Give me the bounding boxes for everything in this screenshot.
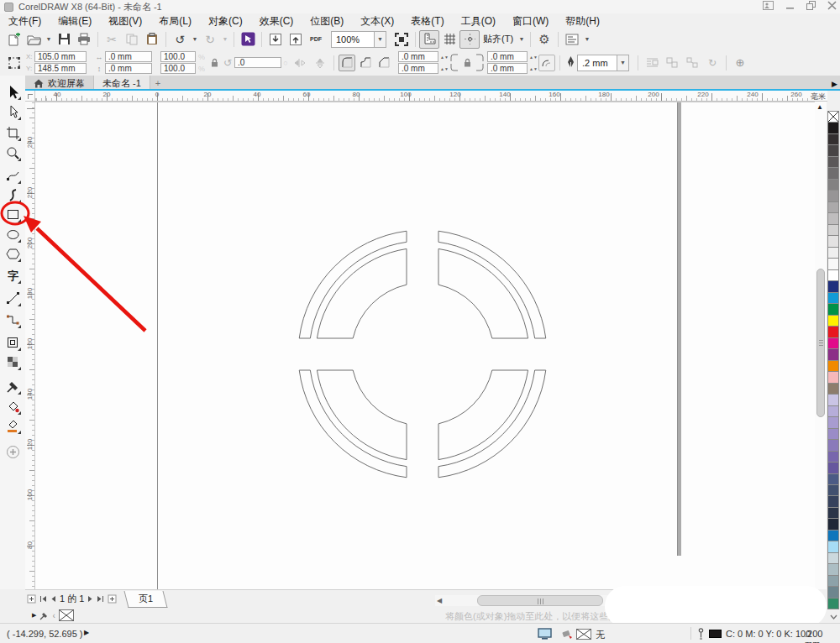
show-guidelines-button[interactable] xyxy=(459,30,480,49)
open-dropdown[interactable]: ▼ xyxy=(44,30,54,49)
first-page-icon[interactable] xyxy=(39,595,47,603)
show-grid-button[interactable] xyxy=(439,30,459,49)
next-page-icon[interactable] xyxy=(87,595,93,603)
snap-to-dropdown[interactable]: ▼ xyxy=(517,30,527,49)
palette-swatch[interactable] xyxy=(827,201,839,213)
menu-item[interactable]: 编辑(E) xyxy=(50,13,100,29)
palette-swatch[interactable] xyxy=(827,258,839,269)
restore-button[interactable] xyxy=(806,1,816,10)
lock-ratio-button[interactable] xyxy=(207,54,221,72)
search-content-button[interactable] xyxy=(238,30,258,49)
object-width-field[interactable]: .0 mm xyxy=(105,51,152,62)
ellipse-tool[interactable] xyxy=(4,226,22,243)
palette-swatch[interactable] xyxy=(827,428,839,440)
palette-swatch[interactable] xyxy=(827,167,839,179)
palette-swatch[interactable] xyxy=(827,190,839,201)
palette-swatch[interactable] xyxy=(827,484,839,496)
corner-radius-tr-field[interactable]: .0 mm xyxy=(487,51,528,62)
last-page-icon[interactable] xyxy=(97,595,104,603)
minimize-button[interactable] xyxy=(785,1,795,10)
drawing-canvas[interactable] xyxy=(35,102,816,589)
palette-swatch[interactable] xyxy=(827,303,839,315)
crop-tool[interactable] xyxy=(4,124,22,142)
menu-item[interactable]: 视图(V) xyxy=(100,13,150,29)
menu-item[interactable]: 效果(C) xyxy=(251,13,302,29)
palette-swatch[interactable] xyxy=(827,563,839,575)
vertical-scrollbar[interactable]: ▲ xyxy=(815,102,827,589)
outline-width-value[interactable]: .2 mm xyxy=(578,58,617,68)
palette-swatch[interactable] xyxy=(827,280,839,292)
palette-swatch[interactable] xyxy=(827,179,839,191)
palette-swatch[interactable] xyxy=(827,360,839,372)
palette-swatch[interactable] xyxy=(827,394,839,405)
horizontal-ruler[interactable]: 毫米 4020020406080100120140160180200220240… xyxy=(35,91,827,102)
artistic-media-tool[interactable] xyxy=(4,186,22,204)
shadow-tool[interactable] xyxy=(4,334,22,352)
paste-button[interactable] xyxy=(142,30,162,49)
palette-swatch[interactable] xyxy=(827,383,839,395)
export-button[interactable] xyxy=(286,30,306,49)
previous-page-icon[interactable] xyxy=(50,595,56,603)
palette-swatch[interactable] xyxy=(827,292,839,304)
palette-swatch[interactable] xyxy=(827,405,839,417)
menu-item[interactable]: 对象(C) xyxy=(200,13,251,29)
pick-tool[interactable] xyxy=(4,83,22,101)
smart-fill-tool[interactable] xyxy=(4,417,22,435)
link-corners-button[interactable] xyxy=(460,54,474,72)
fullscreen-preview-button[interactable] xyxy=(391,30,412,49)
rotation-angle-field[interactable]: .0 xyxy=(234,57,281,68)
horizontal-scrollbar-thumb[interactable] xyxy=(477,595,603,606)
print-button[interactable] xyxy=(74,30,94,49)
scalloped-corner-button[interactable] xyxy=(357,55,374,71)
launcher-button[interactable] xyxy=(562,30,582,49)
import-button[interactable] xyxy=(265,30,286,49)
freehand-tool[interactable] xyxy=(4,167,22,185)
palette-swatch[interactable] xyxy=(827,518,839,530)
outline-color-swatch[interactable] xyxy=(709,630,722,638)
menu-item[interactable]: 工具(O) xyxy=(453,13,504,29)
expand-right-icon[interactable]: ▶ xyxy=(32,612,36,619)
launcher-dropdown[interactable]: ▼ xyxy=(582,30,592,49)
page-tab[interactable]: 页1 xyxy=(124,591,168,608)
palette-swatch[interactable] xyxy=(827,235,839,247)
vertical-ruler[interactable]: 24022020018016014012010080 xyxy=(25,102,35,589)
transparency-tool[interactable] xyxy=(4,353,22,371)
palette-swatch[interactable] xyxy=(827,212,839,224)
undo-dropdown[interactable]: ▼ xyxy=(190,30,200,49)
palette-swatch[interactable] xyxy=(827,586,839,598)
fill-tool[interactable] xyxy=(4,398,22,416)
palette-swatch[interactable] xyxy=(827,144,839,156)
palette-swatch[interactable] xyxy=(827,473,839,485)
zoom-tool[interactable] xyxy=(4,144,22,162)
color-proof-icon[interactable] xyxy=(538,628,552,640)
relative-corner-button[interactable] xyxy=(538,55,555,71)
stepper-icon[interactable]: ▲▼ xyxy=(529,55,536,60)
scroll-left-icon[interactable]: ◀ xyxy=(437,597,442,604)
scale-y-field[interactable]: 100.0 xyxy=(160,63,196,74)
palette-swatch[interactable] xyxy=(827,541,839,552)
no-color-swatch[interactable] xyxy=(59,609,74,621)
text-tool[interactable]: 字 xyxy=(4,267,22,285)
collapse-left-icon[interactable]: ‹ xyxy=(52,611,55,620)
tab-scroll-right-icon[interactable]: ▶ xyxy=(832,80,837,88)
close-button[interactable] xyxy=(827,1,837,10)
palette-scroll-down-icon[interactable] xyxy=(827,611,839,623)
customize-plus-button[interactable]: ⊕ xyxy=(730,54,750,72)
corner-radius-bl-field[interactable]: .0 mm xyxy=(398,63,438,74)
palette-swatch[interactable] xyxy=(827,598,839,609)
palette-swatch[interactable] xyxy=(827,552,839,564)
toolbox-plus[interactable] xyxy=(4,443,22,461)
eyedropper-tool[interactable] xyxy=(4,378,22,395)
eyedropper-small-icon[interactable] xyxy=(39,611,49,620)
palette-swatch[interactable] xyxy=(827,439,839,451)
menu-item[interactable]: 布局(L) xyxy=(150,13,200,29)
vertical-scrollbar-thumb[interactable] xyxy=(816,269,825,417)
palette-swatch[interactable] xyxy=(827,326,839,337)
fill-none-swatch[interactable] xyxy=(576,629,591,640)
palette-swatch[interactable] xyxy=(827,348,839,360)
undo-button[interactable]: ↺ xyxy=(170,30,190,49)
add-page-icon[interactable] xyxy=(108,594,117,604)
palette-swatch[interactable] xyxy=(827,122,839,133)
add-page-icon[interactable] xyxy=(27,594,36,604)
palette-swatch[interactable] xyxy=(827,495,839,507)
